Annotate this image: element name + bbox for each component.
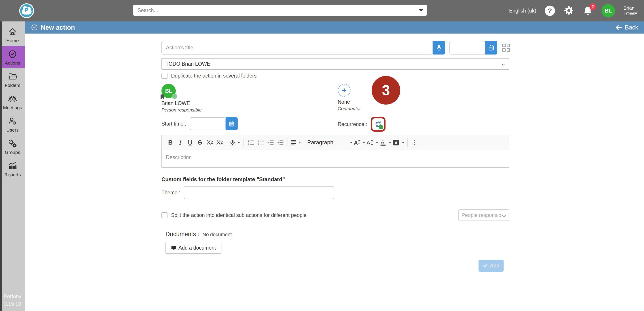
calendar-icon bbox=[488, 44, 495, 51]
title-row bbox=[162, 41, 510, 54]
outdent-button[interactable] bbox=[276, 137, 285, 148]
grid-view-icon[interactable] bbox=[502, 44, 510, 52]
background-color-icon: A bbox=[392, 139, 400, 146]
sidebar-item-actions[interactable]: Actions bbox=[0, 46, 25, 68]
strikethrough-button[interactable]: S bbox=[195, 137, 205, 148]
paragraph-style-select[interactable]: Paragraph bbox=[307, 137, 353, 148]
indent-icon bbox=[267, 139, 274, 146]
people-group-icon bbox=[8, 94, 18, 104]
help-button[interactable]: ? bbox=[545, 5, 555, 16]
perfony-logo[interactable]: P bbox=[19, 3, 34, 18]
plus-badge-icon: + bbox=[379, 125, 383, 129]
sidebar: Home Actions Folders Meetings Users Grou… bbox=[0, 21, 25, 311]
bullet-list-button[interactable] bbox=[256, 137, 266, 148]
ordered-list-button[interactable]: 12 bbox=[246, 137, 256, 148]
chevron-down-icon bbox=[237, 140, 241, 145]
schedule-row: Start time : Recurrence : + bbox=[162, 117, 510, 131]
description-editor: B I U S X2 X2 12 bbox=[162, 135, 510, 168]
notifications-button[interactable]: 2 bbox=[583, 5, 593, 16]
documents-section: Documents : No document bbox=[166, 231, 510, 238]
calendar-icon bbox=[228, 121, 235, 127]
start-time-calendar-button[interactable] bbox=[226, 117, 238, 130]
recurrence-button[interactable]: + bbox=[373, 119, 383, 129]
sidebar-item-folders[interactable]: Folders bbox=[0, 68, 25, 91]
due-date-input[interactable] bbox=[450, 41, 485, 54]
recurrence-field: Recurrence : + bbox=[338, 117, 386, 132]
global-search bbox=[133, 5, 427, 16]
page-header: New action Back bbox=[25, 21, 644, 34]
custom-fields-heading: Custom fields for the folder template "S… bbox=[162, 176, 510, 183]
check-circle-icon bbox=[8, 49, 18, 59]
sidebar-item-users[interactable]: Users bbox=[0, 113, 25, 135]
svg-text:2: 2 bbox=[248, 143, 249, 145]
split-row: Split the action into identical sub acti… bbox=[162, 209, 510, 221]
sidebar-item-reports[interactable]: Reports bbox=[0, 158, 25, 180]
sidebar-item-home[interactable]: Home bbox=[0, 24, 25, 46]
chevron-down-icon bbox=[362, 140, 366, 145]
background-color-button[interactable]: A bbox=[392, 137, 405, 148]
people-section: BL Brian LOWE Person responsible + None … bbox=[162, 84, 510, 112]
due-date-calendar-button[interactable] bbox=[485, 41, 497, 54]
svg-text:A: A bbox=[354, 139, 358, 145]
settings-button[interactable] bbox=[564, 5, 574, 16]
plus-icon: + bbox=[342, 86, 346, 95]
monitor-icon bbox=[171, 245, 177, 251]
search-dropdown-caret-icon[interactable] bbox=[418, 9, 424, 12]
font-color-button[interactable]: A bbox=[379, 137, 392, 148]
chevron-down-icon bbox=[298, 140, 302, 145]
home-icon bbox=[8, 27, 18, 37]
app-version: Perfony 3.19.10 bbox=[0, 293, 25, 308]
duplicate-row: Duplicate the action in several folders bbox=[162, 73, 510, 79]
theme-input[interactable] bbox=[184, 186, 334, 199]
cloud-logo-icon: P bbox=[22, 9, 32, 14]
language-selector[interactable]: English (uk) bbox=[509, 8, 536, 14]
editor-toolbar: B I U S X2 X2 12 bbox=[162, 135, 509, 150]
sidebar-item-meetings[interactable]: Meetings bbox=[0, 91, 25, 113]
people-responsible-select[interactable]: People responsib bbox=[458, 209, 510, 221]
italic-button[interactable]: I bbox=[175, 137, 185, 148]
annotation-highlight-ring: + bbox=[371, 117, 386, 132]
superscript-button[interactable]: X2 bbox=[215, 137, 224, 148]
new-action-form: TODO Brian LOWE Duplicate the action in … bbox=[25, 34, 644, 311]
description-textarea[interactable]: Description bbox=[162, 150, 509, 167]
ordered-list-icon: 12 bbox=[247, 139, 254, 146]
responsible-avatar[interactable]: BL bbox=[162, 84, 176, 98]
bullet-list-icon bbox=[257, 139, 264, 146]
add-document-button[interactable]: Add a document bbox=[166, 242, 222, 254]
underline-button[interactable]: U bbox=[185, 137, 195, 148]
add-action-submit-button[interactable]: Add bbox=[478, 260, 504, 272]
chevron-down-icon bbox=[401, 140, 405, 145]
logo-letter: P bbox=[24, 7, 28, 14]
chevron-down-icon bbox=[500, 62, 506, 67]
user-name: Brian LOWE bbox=[624, 5, 637, 16]
text-align-button[interactable] bbox=[290, 137, 302, 148]
bold-button[interactable]: B bbox=[166, 137, 175, 148]
status-select[interactable]: TODO Brian LOWE bbox=[162, 58, 510, 70]
add-contributor-button[interactable]: + bbox=[338, 84, 350, 97]
font-size-button[interactable]: A bbox=[366, 137, 379, 148]
contributor: + None Contributor bbox=[338, 84, 361, 111]
dictate-title-button[interactable] bbox=[433, 41, 445, 54]
dictation-button[interactable] bbox=[229, 137, 241, 148]
sidebar-item-groups[interactable]: Groups bbox=[0, 135, 25, 158]
font-family-icon: A bbox=[353, 139, 361, 146]
action-title-input[interactable] bbox=[162, 41, 433, 54]
check-circle-icon bbox=[31, 24, 38, 31]
microphone-icon bbox=[436, 44, 442, 51]
indent-button[interactable] bbox=[266, 137, 276, 148]
user-gear-icon bbox=[8, 116, 18, 126]
question-icon: ? bbox=[548, 7, 552, 14]
chevron-down-icon bbox=[388, 140, 392, 145]
split-checkbox[interactable] bbox=[162, 212, 168, 218]
font-family-button[interactable]: A bbox=[353, 137, 366, 148]
subscript-button[interactable]: X2 bbox=[205, 137, 215, 148]
user-avatar[interactable]: BL bbox=[602, 4, 615, 17]
duplicate-checkbox[interactable] bbox=[162, 73, 168, 79]
search-input[interactable] bbox=[133, 5, 427, 16]
person-responsible: BL Brian LOWE Person responsible bbox=[162, 84, 202, 113]
more-options-button[interactable]: ⋮ bbox=[410, 137, 420, 148]
page-title: New action bbox=[31, 24, 75, 31]
chevron-down-icon bbox=[348, 140, 353, 145]
back-button[interactable]: Back bbox=[615, 24, 638, 31]
start-time-input[interactable] bbox=[190, 117, 226, 130]
